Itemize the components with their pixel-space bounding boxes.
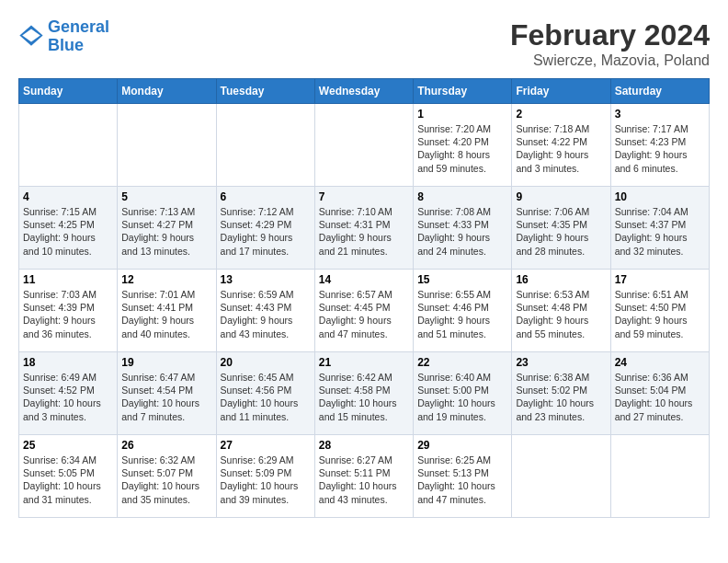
- logo: General Blue: [18, 18, 109, 55]
- day-number: 9: [516, 190, 606, 203]
- day-number: 8: [417, 190, 507, 203]
- day-info: Sunrise: 7:12 AMSunset: 4:29 PMDaylight:…: [221, 205, 311, 258]
- calendar-cell: 23Sunrise: 6:38 AMSunset: 5:02 PMDayligh…: [512, 352, 610, 435]
- calendar-cell: 9Sunrise: 7:06 AMSunset: 4:35 PMDaylight…: [512, 187, 610, 270]
- calendar-cell: 28Sunrise: 6:27 AMSunset: 5:11 PMDayligh…: [314, 435, 413, 518]
- logo-line2: Blue: [48, 36, 84, 54]
- day-number: 11: [23, 273, 113, 286]
- day-number: 7: [319, 190, 409, 203]
- weekday-header-monday: Monday: [118, 79, 216, 104]
- calendar-cell: 8Sunrise: 7:08 AMSunset: 4:33 PMDaylight…: [414, 187, 512, 270]
- calendar-cell: [118, 104, 216, 187]
- day-info: Sunrise: 6:36 AMSunset: 5:04 PMDaylight:…: [615, 371, 705, 423]
- day-number: 15: [417, 273, 507, 286]
- day-info: Sunrise: 6:25 AMSunset: 5:13 PMDaylight:…: [417, 454, 507, 506]
- calendar-cell: 14Sunrise: 6:57 AMSunset: 4:45 PMDayligh…: [314, 270, 413, 352]
- calendar-cell: 13Sunrise: 6:59 AMSunset: 4:43 PMDayligh…: [216, 270, 314, 352]
- logo-icon: [18, 24, 44, 50]
- calendar-cell: 24Sunrise: 6:36 AMSunset: 5:04 PMDayligh…: [610, 352, 709, 435]
- calendar-week-row: 25Sunrise: 6:34 AMSunset: 5:05 PMDayligh…: [19, 435, 710, 518]
- day-info: Sunrise: 6:42 AMSunset: 4:58 PMDaylight:…: [319, 371, 409, 423]
- calendar-cell: 3Sunrise: 7:17 AMSunset: 4:23 PMDaylight…: [610, 104, 709, 187]
- calendar-cell: [610, 435, 709, 518]
- day-number: 21: [319, 356, 409, 369]
- calendar-cell: 11Sunrise: 7:03 AMSunset: 4:39 PMDayligh…: [19, 270, 118, 352]
- day-info: Sunrise: 6:40 AMSunset: 5:00 PMDaylight:…: [417, 371, 507, 423]
- subtitle: Swiercze, Mazovia, Poland: [510, 52, 710, 69]
- calendar-cell: 21Sunrise: 6:42 AMSunset: 4:58 PMDayligh…: [314, 352, 413, 435]
- calendar-cell: 6Sunrise: 7:12 AMSunset: 4:29 PMDaylight…: [216, 187, 314, 270]
- day-info: Sunrise: 6:45 AMSunset: 4:56 PMDaylight:…: [221, 371, 311, 423]
- day-info: Sunrise: 6:59 AMSunset: 4:43 PMDaylight:…: [221, 288, 311, 340]
- day-info: Sunrise: 7:08 AMSunset: 4:33 PMDaylight:…: [417, 205, 507, 258]
- calendar-cell: 25Sunrise: 6:34 AMSunset: 5:05 PMDayligh…: [19, 435, 118, 518]
- day-info: Sunrise: 6:49 AMSunset: 4:52 PMDaylight:…: [23, 371, 113, 423]
- title-block: February 2024 Swiercze, Mazovia, Poland: [510, 18, 710, 69]
- weekday-header-friday: Friday: [512, 79, 610, 104]
- calendar-cell: 7Sunrise: 7:10 AMSunset: 4:31 PMDaylight…: [314, 187, 413, 270]
- day-info: Sunrise: 6:29 AMSunset: 5:09 PMDaylight:…: [221, 454, 311, 506]
- calendar-cell: 4Sunrise: 7:15 AMSunset: 4:25 PMDaylight…: [19, 187, 118, 270]
- day-number: 13: [221, 273, 311, 286]
- calendar-week-row: 18Sunrise: 6:49 AMSunset: 4:52 PMDayligh…: [19, 352, 710, 435]
- day-info: Sunrise: 6:34 AMSunset: 5:05 PMDaylight:…: [23, 454, 113, 506]
- calendar-cell: 5Sunrise: 7:13 AMSunset: 4:27 PMDaylight…: [118, 187, 216, 270]
- day-info: Sunrise: 6:57 AMSunset: 4:45 PMDaylight:…: [319, 288, 409, 340]
- day-number: 17: [615, 273, 705, 286]
- calendar-week-row: 11Sunrise: 7:03 AMSunset: 4:39 PMDayligh…: [19, 270, 710, 352]
- day-number: 10: [615, 190, 705, 203]
- day-number: 4: [23, 190, 113, 203]
- weekday-header-sunday: Sunday: [19, 79, 118, 104]
- day-info: Sunrise: 6:47 AMSunset: 4:54 PMDaylight:…: [121, 371, 211, 423]
- weekday-header-thursday: Thursday: [414, 79, 512, 104]
- weekday-header-tuesday: Tuesday: [216, 79, 314, 104]
- day-number: 27: [221, 439, 311, 452]
- weekday-header-saturday: Saturday: [610, 79, 709, 104]
- day-number: 1: [417, 108, 507, 121]
- day-number: 28: [319, 439, 409, 452]
- calendar-header: SundayMondayTuesdayWednesdayThursdayFrid…: [19, 79, 710, 104]
- day-number: 3: [615, 108, 705, 121]
- day-info: Sunrise: 7:15 AMSunset: 4:25 PMDaylight:…: [23, 205, 113, 258]
- calendar-cell: [512, 435, 610, 518]
- day-number: 29: [417, 439, 507, 452]
- day-info: Sunrise: 7:03 AMSunset: 4:39 PMDaylight:…: [23, 288, 113, 340]
- day-number: 22: [417, 356, 507, 369]
- calendar-week-row: 4Sunrise: 7:15 AMSunset: 4:25 PMDaylight…: [19, 187, 710, 270]
- calendar-cell: 18Sunrise: 6:49 AMSunset: 4:52 PMDayligh…: [19, 352, 118, 435]
- day-info: Sunrise: 6:53 AMSunset: 4:48 PMDaylight:…: [516, 288, 606, 340]
- page-header: General Blue February 2024 Swiercze, Maz…: [18, 18, 710, 69]
- day-info: Sunrise: 7:13 AMSunset: 4:27 PMDaylight:…: [121, 205, 211, 258]
- calendar-cell: 15Sunrise: 6:55 AMSunset: 4:46 PMDayligh…: [414, 270, 512, 352]
- logo-text: General Blue: [48, 18, 109, 55]
- calendar-cell: 16Sunrise: 6:53 AMSunset: 4:48 PMDayligh…: [512, 270, 610, 352]
- calendar-cell: 12Sunrise: 7:01 AMSunset: 4:41 PMDayligh…: [118, 270, 216, 352]
- calendar-cell: [314, 104, 413, 187]
- day-info: Sunrise: 7:04 AMSunset: 4:37 PMDaylight:…: [615, 205, 705, 258]
- day-number: 26: [121, 439, 211, 452]
- day-number: 5: [121, 190, 211, 203]
- day-number: 2: [516, 108, 606, 121]
- calendar-cell: [19, 104, 118, 187]
- day-info: Sunrise: 7:01 AMSunset: 4:41 PMDaylight:…: [121, 288, 211, 340]
- calendar-cell: 20Sunrise: 6:45 AMSunset: 4:56 PMDayligh…: [216, 352, 314, 435]
- day-info: Sunrise: 7:06 AMSunset: 4:35 PMDaylight:…: [516, 205, 606, 258]
- calendar-cell: [216, 104, 314, 187]
- weekday-header-wednesday: Wednesday: [314, 79, 413, 104]
- day-info: Sunrise: 7:10 AMSunset: 4:31 PMDaylight:…: [319, 205, 409, 258]
- day-number: 23: [516, 356, 606, 369]
- calendar-cell: 22Sunrise: 6:40 AMSunset: 5:00 PMDayligh…: [414, 352, 512, 435]
- calendar-cell: 19Sunrise: 6:47 AMSunset: 4:54 PMDayligh…: [118, 352, 216, 435]
- calendar-cell: 10Sunrise: 7:04 AMSunset: 4:37 PMDayligh…: [610, 187, 709, 270]
- day-info: Sunrise: 6:51 AMSunset: 4:50 PMDaylight:…: [615, 288, 705, 340]
- calendar-table: SundayMondayTuesdayWednesdayThursdayFrid…: [18, 78, 710, 518]
- calendar-cell: 27Sunrise: 6:29 AMSunset: 5:09 PMDayligh…: [216, 435, 314, 518]
- day-info: Sunrise: 7:17 AMSunset: 4:23 PMDaylight:…: [615, 122, 705, 175]
- day-number: 24: [615, 356, 705, 369]
- day-number: 12: [121, 273, 211, 286]
- day-number: 20: [221, 356, 311, 369]
- day-info: Sunrise: 6:27 AMSunset: 5:11 PMDaylight:…: [319, 454, 409, 506]
- calendar-cell: 17Sunrise: 6:51 AMSunset: 4:50 PMDayligh…: [610, 270, 709, 352]
- calendar-week-row: 1Sunrise: 7:20 AMSunset: 4:20 PMDaylight…: [19, 104, 710, 187]
- day-number: 19: [121, 356, 211, 369]
